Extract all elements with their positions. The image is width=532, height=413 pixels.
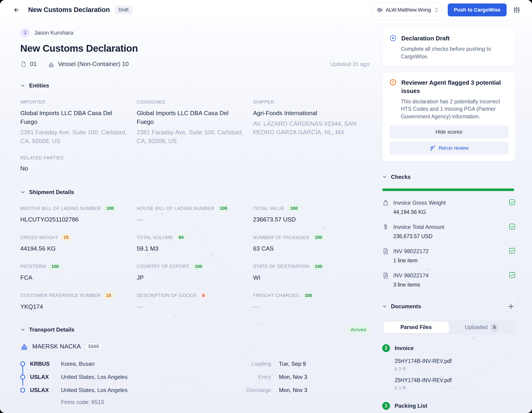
field-label: INCOTERM <box>20 264 46 269</box>
field-value: 44194.56 KG <box>20 244 129 253</box>
field-label: GROSS WEIGHT <box>20 235 58 240</box>
waveform-icon <box>377 7 383 13</box>
status-badge: Draft <box>115 6 132 14</box>
shipment-field: CUSTOMER REFERENCE NUMBER15 YKQ174 <box>20 292 129 311</box>
back-arrow-icon <box>13 7 20 13</box>
shipment-field: STATE OF DESTINATION100 WI <box>253 263 361 282</box>
add-document-button[interactable] <box>506 302 516 311</box>
confidence-score-badge: 100 <box>288 205 300 211</box>
chevron-down-icon <box>20 190 25 195</box>
content-area: J Jason Kurohara New Customs Declaration… <box>0 20 532 413</box>
port-code: USLAX <box>30 374 56 380</box>
tab-uploaded[interactable]: Uploaded 5 <box>449 321 514 333</box>
field-label: TOTAL VOLUME <box>137 235 173 240</box>
push-to-cargowise-button[interactable]: Push to CargoWise <box>448 3 507 16</box>
milestone-date: Mon, Nov 3 <box>279 387 318 393</box>
doc-number-value: 01 <box>30 60 37 68</box>
tab-parsed-files-label: Parsed Files <box>400 324 432 330</box>
shipper-address: AV. LÁZARO CÁRDENAS #2344, SAN PEDRO GAR… <box>253 119 361 137</box>
window-title: New Customs Declaration <box>28 6 110 14</box>
check-checkbox[interactable] <box>509 199 516 207</box>
route-stop-dot <box>20 361 25 366</box>
top-bar-actions: ALW.Matthew.Wong Push to CargoWise <box>372 3 522 17</box>
documents-tabs: Parsed Files Uploaded 5 <box>382 320 516 335</box>
document-group-name: Packing List <box>395 403 427 409</box>
draft-card-description: Complete all checks before pushing to Ca… <box>401 45 508 60</box>
dollar-icon <box>382 224 389 230</box>
file-pages: p.1-8 <box>395 366 516 371</box>
sliders-icon <box>513 7 520 13</box>
check-name: Invoice Total Amount <box>393 224 444 230</box>
shipment-section-header[interactable]: Shipment Details <box>20 189 370 195</box>
check-item: INV 98022172 1 line item <box>382 247 516 264</box>
documents-section-header[interactable]: Documents <box>382 302 516 311</box>
check-checkbox[interactable] <box>509 247 516 255</box>
importer-field: IMPORTER Global Imports LLC DBA Casa Del… <box>20 100 129 146</box>
consignee-field: CONSIGNEE Global Imports LLC DBA Casa De… <box>137 100 245 146</box>
consignee-name: Global Imports LLC DBA Casa Del Fuego <box>137 109 245 126</box>
chevron-down-icon <box>382 304 387 309</box>
document-icon <box>20 61 27 67</box>
confidence-score-badge: 100 <box>104 205 116 211</box>
shipper-field: SHIPPER Agri-Foods International AV. LÁZ… <box>253 100 361 146</box>
section-title: Checks <box>391 174 410 180</box>
app-window: New Customs Declaration Draft ALW.Matthe… <box>0 0 532 413</box>
port-code: KRBUS <box>30 361 56 367</box>
field-label: CONSIGNEE <box>137 100 245 105</box>
confidence-score-badge: 15 <box>104 292 113 299</box>
confidence-score-badge: 100 <box>313 234 324 241</box>
consignee-address: 2381 Faraday Ave, Suite 100, Carlsbad, C… <box>137 128 245 145</box>
field-label: NUMBER OF PACKAGES <box>253 235 309 240</box>
rerun-review-label: Rerun review <box>439 145 469 151</box>
confidence-score-badge: 100 <box>302 292 314 299</box>
check-checkbox[interactable] <box>509 223 516 231</box>
check-value: 236,673.57 USD <box>393 233 516 239</box>
field-label: SHIPPER <box>253 100 361 105</box>
field-value: JP <box>137 273 245 282</box>
entities-section-header[interactable]: Entities <box>20 82 370 89</box>
transport-mode: Vessel (Non-Container) 10 <box>48 60 129 68</box>
transport-section-header[interactable]: Transport Details Arrived <box>20 325 370 334</box>
field-value: WI <box>253 273 361 282</box>
confidence-score-badge: 100 <box>192 263 204 270</box>
check-checkbox[interactable] <box>509 272 516 279</box>
user-selector-dropdown[interactable]: ALW.Matthew.Wong <box>372 3 442 17</box>
back-button[interactable] <box>12 5 21 15</box>
field-label: RELATED PARTIES <box>20 155 370 161</box>
milestone-label: Loading <box>239 361 271 367</box>
section-title: Documents <box>391 303 421 310</box>
field-label: IMPORTER <box>20 100 129 105</box>
hide-scores-button[interactable]: Hide scores <box>389 126 508 138</box>
settings-sliders-button[interactable] <box>512 5 522 15</box>
document-file[interactable]: 25HY174B-INV-REV.pdf p.1-8 <box>395 358 516 371</box>
document-file[interactable]: 25HY174B-INV-REV.pdf p.1-8 <box>395 377 516 390</box>
main-column: J Jason Kurohara New Customs Declaration… <box>20 20 370 413</box>
checkbox-checked-icon <box>509 272 516 278</box>
field-value: 236673.57 USD <box>253 215 361 224</box>
checks-section-header[interactable]: Checks <box>382 174 516 180</box>
checks-progress-fill <box>382 189 514 191</box>
confidence-score-badge: 15 <box>61 234 71 241</box>
milestone-label: Discharge <box>239 387 271 393</box>
milestone: Discharge Mon, Nov 3 <box>239 387 318 393</box>
shipment-field: TOTAL VALUE100 236673.57 USD <box>253 205 361 224</box>
file-icon <box>382 248 389 255</box>
rerun-review-button[interactable]: Rerun review <box>389 142 508 155</box>
field-value: — <box>137 303 245 311</box>
shipper-name: Agri-Foods International <box>253 109 361 118</box>
file-name: 25HY174B-INV-REV.pdf <box>395 358 516 364</box>
doc-number: 01 <box>20 60 37 68</box>
check-item: Invoice Total Amount 236,673.57 USD <box>382 223 516 239</box>
field-value: 59.1 M3 <box>137 244 245 253</box>
tab-parsed-files[interactable]: Parsed Files <box>383 321 449 333</box>
firms-code-note: Firms code: 651S <box>61 399 318 405</box>
checkbox-checked-icon <box>509 247 516 254</box>
file-pages: p.1-8 <box>395 385 516 390</box>
chevron-down-icon <box>382 174 387 180</box>
document-group: 1 Packing List 25HY174B-INV-REV.pdf p.1-… <box>382 402 516 413</box>
field-label: MASTER BILL OF LADING NUMBER <box>20 206 101 211</box>
shipment-field: FREIGHT CHARGES100 — <box>253 292 361 311</box>
chevron-up-down-icon <box>434 7 439 13</box>
port-name: United States, Los Angeles <box>61 374 127 380</box>
check-name: INV 98022172 <box>393 248 428 255</box>
